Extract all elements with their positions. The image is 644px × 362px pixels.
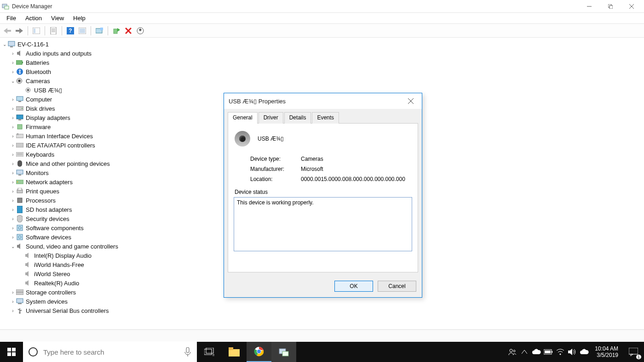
update-driver-button[interactable] [94, 25, 105, 36]
tree-twisty-open[interactable]: ⌄ [10, 244, 16, 249]
task-view-button[interactable] [197, 342, 222, 362]
device-status-box[interactable] [234, 197, 412, 251]
battery-icon[interactable] [542, 342, 554, 362]
svg-marker-101 [568, 349, 572, 355]
cloud-sync-icon[interactable] [578, 342, 590, 362]
cancel-button[interactable]: Cancel [378, 281, 416, 292]
svg-point-37 [27, 89, 29, 91]
app-icon [2, 3, 9, 10]
tree-twisty-closed[interactable]: › [10, 60, 16, 65]
people-icon[interactable] [506, 342, 518, 362]
tree-twisty-closed[interactable]: › [10, 290, 16, 295]
tree-twisty-closed[interactable]: › [10, 226, 16, 231]
action-center-button[interactable]: 1 [623, 342, 644, 362]
search-input[interactable] [43, 348, 178, 356]
tree-twisty-closed[interactable]: › [10, 97, 16, 102]
menu-file[interactable]: File [2, 14, 21, 23]
tree-twisty-closed[interactable]: › [10, 115, 16, 120]
wifi-icon[interactable] [554, 342, 566, 362]
tab-details[interactable]: Details [284, 112, 311, 124]
help-button[interactable]: ? [65, 25, 76, 36]
tab-events[interactable]: Events [312, 112, 339, 124]
printer-icon [16, 187, 24, 195]
tree-twisty-closed[interactable]: › [10, 216, 16, 221]
bluetooth-icon [16, 68, 24, 75]
scan-hardware-button[interactable] [77, 25, 88, 36]
dialog-close-button[interactable] [404, 95, 417, 107]
scan-for-changes-button[interactable] [135, 25, 146, 36]
tree-twisty-closed[interactable]: › [10, 299, 16, 304]
back-button[interactable] [2, 25, 13, 36]
tree-row[interactable]: ›System devices [2, 297, 644, 306]
taskbar-app-device-manager[interactable] [271, 342, 296, 362]
tree-twisty-closed[interactable]: › [10, 189, 16, 194]
dialog-titlebar[interactable]: USB Æ¾▯ Properties [224, 93, 422, 109]
tree-label: Cameras [26, 78, 50, 85]
tree-row[interactable]: ›Bluetooth [2, 67, 644, 76]
tree-twisty-closed[interactable]: › [10, 180, 16, 185]
properties-button[interactable] [48, 25, 59, 36]
close-button[interactable] [621, 0, 642, 13]
tree-twisty-closed[interactable]: › [10, 143, 16, 148]
tree-row[interactable]: ⌄Cameras [2, 76, 644, 85]
tab-driver[interactable]: Driver [259, 112, 283, 124]
tree-twisty-closed[interactable]: › [10, 51, 16, 56]
tree-twisty-closed[interactable]: › [10, 69, 16, 74]
mic-icon[interactable] [178, 347, 197, 356]
tree-twisty-closed[interactable]: › [10, 134, 16, 139]
svg-rect-58 [17, 198, 22, 203]
titlebar: Device Manager [0, 0, 644, 13]
speaker-child-icon [24, 261, 32, 268]
menu-view[interactable]: View [46, 14, 69, 23]
show-hide-console-tree-button[interactable] [31, 25, 42, 36]
tree-twisty-closed[interactable]: › [10, 207, 16, 212]
taskbar-app-chrome[interactable] [247, 342, 271, 362]
svg-rect-42 [17, 115, 23, 119]
ok-button[interactable]: OK [334, 281, 373, 292]
tree-twisty-open[interactable]: ⌄ [2, 42, 7, 47]
svg-marker-65 [25, 253, 29, 258]
display-icon [16, 114, 24, 121]
svg-rect-88 [229, 349, 240, 356]
tray-overflow-icon[interactable] [518, 342, 530, 362]
tab-general[interactable]: General [228, 112, 258, 124]
tree-twisty-closed[interactable]: › [10, 170, 16, 175]
taskbar-app-explorer[interactable] [222, 342, 247, 362]
tree-twisty-closed[interactable]: › [10, 198, 16, 203]
menu-action[interactable]: Action [21, 14, 46, 23]
svg-rect-60 [17, 225, 23, 231]
tree-row[interactable]: ⌄EV-C-116-1 [2, 40, 644, 49]
taskbar-search[interactable] [23, 342, 197, 362]
tree-twisty-closed[interactable]: › [10, 106, 16, 111]
svg-rect-43 [18, 119, 21, 120]
tree-twisty-closed[interactable]: › [10, 161, 16, 166]
tree-label: Audio inputs and outputs [26, 50, 92, 57]
tree-row[interactable]: ›Batteries [2, 58, 644, 67]
tree-twisty-open[interactable]: ⌄ [10, 79, 16, 84]
volume-icon[interactable] [566, 342, 578, 362]
tree-label: iWorld Stereo [34, 271, 70, 277]
enable-device-button[interactable] [111, 25, 122, 36]
tree-twisty-closed[interactable]: › [10, 152, 16, 157]
tree-row[interactable]: ›Universal Serial Bus controllers [2, 306, 644, 315]
forward-button[interactable] [14, 25, 25, 36]
taskbar-clock[interactable]: 10:04 AM 3/5/2019 [590, 345, 623, 358]
camera-child-icon [24, 86, 32, 94]
uninstall-device-button[interactable] [123, 25, 134, 36]
tree-twisty-closed[interactable]: › [10, 308, 16, 313]
start-button[interactable] [0, 342, 23, 362]
tree-twisty-closed[interactable]: › [10, 124, 16, 130]
svg-point-96 [513, 350, 515, 352]
onedrive-icon[interactable] [530, 342, 542, 362]
tree-row[interactable]: ›Audio inputs and outputs [2, 49, 644, 58]
tree-twisty-closed[interactable]: › [10, 235, 16, 240]
svg-marker-68 [25, 280, 29, 286]
tree-label: Processors [26, 197, 56, 204]
svg-point-92 [257, 350, 261, 353]
minimize-button[interactable] [579, 0, 600, 13]
menu-help[interactable]: Help [69, 14, 90, 23]
properties-dialog: USB Æ¾▯ Properties General Driver Detail… [224, 93, 422, 298]
maximize-button[interactable] [600, 0, 621, 13]
svg-rect-32 [22, 62, 23, 63]
speaker-icon [16, 243, 24, 250]
